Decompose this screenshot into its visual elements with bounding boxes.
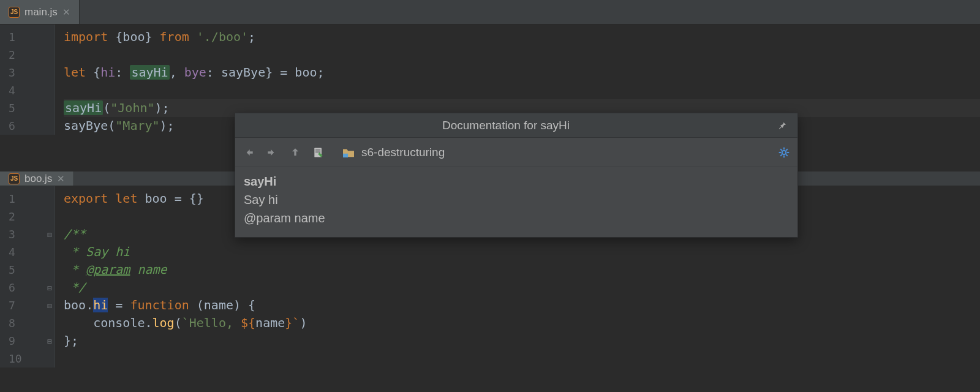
folder-icon bbox=[342, 147, 355, 158]
js-file-icon: JS bbox=[9, 7, 20, 18]
fold-icon[interactable]: ⊟ bbox=[47, 230, 52, 239]
doc-title: Documentation for sayHi bbox=[235, 119, 777, 132]
documentation-popup[interactable]: Documentation for sayHi s6-destructuring… bbox=[235, 113, 798, 238]
svg-line-11 bbox=[780, 154, 782, 156]
svg-line-12 bbox=[786, 149, 788, 151]
doc-description: Say hi bbox=[244, 193, 278, 206]
forward-icon[interactable] bbox=[266, 146, 278, 159]
close-icon[interactable]: ✕ bbox=[57, 173, 65, 184]
tab-main-js[interactable]: JS main.js ✕ bbox=[0, 0, 80, 24]
svg-rect-3 bbox=[343, 153, 348, 157]
svg-rect-2 bbox=[315, 151, 320, 153]
close-icon[interactable]: ✕ bbox=[62, 7, 70, 18]
ide-root: { "pane_top": { "tab": { "label": "main.… bbox=[0, 0, 980, 392]
svg-point-4 bbox=[782, 150, 786, 154]
edit-icon[interactable] bbox=[312, 146, 325, 159]
doc-symbol: sayHi bbox=[244, 175, 276, 188]
gear-icon[interactable] bbox=[778, 146, 790, 159]
fold-icon[interactable]: ⊟ bbox=[47, 336, 52, 345]
svg-line-10 bbox=[786, 154, 788, 156]
up-icon[interactable] bbox=[289, 146, 301, 159]
doc-body: sayHi Say hi @param name bbox=[235, 167, 797, 237]
fold-icon[interactable]: ⊟ bbox=[47, 301, 52, 310]
js-file-icon: JS bbox=[9, 173, 20, 184]
tab-label: main.js bbox=[24, 6, 58, 18]
svg-line-9 bbox=[780, 149, 782, 151]
doc-breadcrumb[interactable]: s6-destructuring bbox=[342, 146, 445, 159]
doc-titlebar[interactable]: Documentation for sayHi bbox=[235, 113, 797, 138]
tab-label: boo.js bbox=[24, 173, 52, 185]
gutter-main: 1 2 3 4 5 6 bbox=[0, 24, 55, 135]
tabbar-main: JS main.js ✕ bbox=[0, 0, 980, 24]
doc-folder-label: s6-destructuring bbox=[361, 146, 445, 159]
gutter-boo: 1 2 3⊟ 4 5 6⊟ 7⊟ 8 9⊟ 10 bbox=[0, 186, 55, 368]
pin-icon[interactable] bbox=[777, 120, 797, 131]
back-icon[interactable] bbox=[243, 146, 255, 159]
tab-boo-js[interactable]: JS boo.js ✕ bbox=[0, 172, 74, 186]
fold-icon[interactable]: ⊟ bbox=[47, 283, 52, 292]
doc-toolbar: s6-destructuring bbox=[235, 138, 797, 167]
doc-param: @param name bbox=[244, 211, 325, 225]
svg-rect-1 bbox=[315, 149, 320, 151]
